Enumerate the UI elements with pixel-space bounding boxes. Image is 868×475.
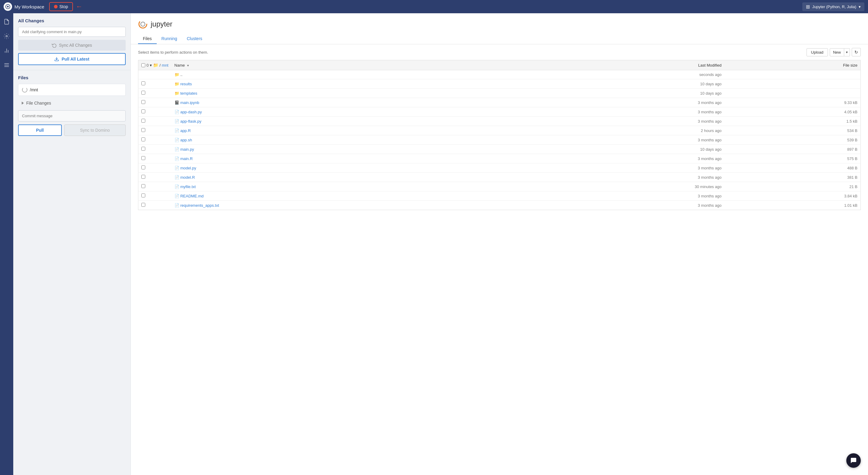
checkbox-cell [138,163,172,173]
file-link[interactable]: results [180,82,192,86]
path-mnt[interactable]: mnt [162,63,168,67]
arrow-icon: ← [76,3,83,10]
main-layout: All Changes Sync All Changes Pull All La… [0,13,868,475]
chevron-right-icon [22,102,24,104]
sidebar-item-list[interactable] [2,60,11,70]
file-checkbox[interactable] [141,109,145,113]
stop-icon [54,5,58,8]
file-size-cell: 897 B [724,145,861,154]
file-link[interactable]: README.md [180,194,204,198]
file-checkbox[interactable] [141,147,145,151]
sidebar-item-settings[interactable] [2,31,11,41]
checkbox-cell [138,182,172,191]
file-size-column-header[interactable]: File size [724,60,861,70]
file-checkbox[interactable] [141,100,145,104]
stop-label: Stop [59,4,68,9]
commit-message-input[interactable] [18,110,126,122]
file-icon: 📄 [175,185,179,189]
loading-spinner [22,87,27,93]
file-modified-cell: 3 months ago [507,163,724,173]
file-toolbar: Select items to perform actions on them.… [131,44,868,60]
file-name-cell: 📁 results [172,79,507,89]
new-dropdown-button[interactable]: ▾ [844,48,850,56]
file-link[interactable]: main.R [180,156,193,161]
file-link[interactable]: myfile.txt [180,185,195,189]
file-link[interactable]: app.R [180,128,191,133]
file-link[interactable]: app.sh [180,138,192,142]
file-checkbox[interactable] [141,137,145,141]
file-checkbox[interactable] [141,203,145,207]
tab-clusters[interactable]: Clusters [182,34,207,44]
pull-all-latest-button[interactable]: Pull All Latest [18,53,126,65]
file-checkbox[interactable] [141,193,145,197]
refresh-button[interactable]: ↻ [852,48,861,56]
table-row: 📄 README.md 3 months ago 3.84 kB [138,191,861,201]
topbar: My Workspace Stop ← ⊞ Jupyter (Python, R… [0,0,868,13]
select-all-checkbox[interactable] [141,63,145,67]
file-checkbox[interactable] [141,119,145,123]
kernel-dropdown-icon[interactable]: ▾ [859,4,861,9]
file-modified-cell: 3 months ago [507,201,724,210]
file-checkbox[interactable] [141,165,145,169]
last-modified-column-header[interactable]: Last Modified [507,60,724,70]
file-name-cell: 📄 requirements_apps.txt [172,201,507,210]
file-checkbox[interactable] [141,82,145,85]
file-modified-cell: 3 months ago [507,154,724,163]
table-row: 📁 .. seconds ago [138,70,861,79]
file-name-cell: 📄 main.R [172,154,507,163]
parent-link[interactable]: .. [180,72,182,77]
file-modified-cell: 3 months ago [507,107,724,117]
table-row: 📄 main.R 3 months ago 575 B [138,154,861,163]
file-link[interactable]: templates [180,91,197,96]
file-checkbox[interactable] [141,175,145,179]
upload-button[interactable]: Upload [807,48,828,56]
svg-point-9 [139,20,147,28]
app-logo [4,2,12,11]
path-sep: / [159,63,161,67]
pull-action-button[interactable]: Pull [18,124,62,136]
sync-all-changes-button[interactable]: Sync All Changes [18,40,126,51]
file-icon: 📄 [175,194,179,198]
stop-button[interactable]: Stop [49,2,73,11]
file-link[interactable]: app-dash.py [180,110,202,114]
file-modified-cell: 30 minutes ago [507,182,724,191]
file-link[interactable]: main.py [180,147,194,152]
file-modified-cell: 3 months ago [507,98,724,107]
select-count: 0 [147,63,149,67]
file-checkbox[interactable] [141,156,145,160]
file-checkbox[interactable] [141,91,145,95]
tab-running[interactable]: Running [157,34,182,44]
select-info: Select items to perform actions on them. [138,50,208,55]
jupyter-title: jupyter [151,20,173,28]
jupyter-spinner-icon [138,19,148,29]
checkbox-cell [138,107,172,117]
new-button[interactable]: New [830,48,844,56]
file-link[interactable]: model.R [180,175,195,180]
file-checkbox[interactable] [141,184,145,188]
file-list-container: 0 ▾ 📁 / mnt Name ▾ Last Modified File si… [131,60,868,475]
file-icon: 📄 [175,119,179,124]
table-row: 📄 app.R 2 hours ago 534 B [138,126,861,135]
tab-files[interactable]: Files [138,34,157,44]
file-changes-row[interactable]: File Changes [18,98,126,108]
comment-input[interactable] [18,27,126,37]
tabs: Files Running Clusters [138,34,861,44]
name-column-header[interactable]: Name ▾ [172,60,507,70]
sidebar-item-file[interactable] [2,17,11,27]
chat-button[interactable] [846,453,861,468]
file-checkbox[interactable] [141,128,145,132]
file-link[interactable]: main.ipynb [180,100,199,105]
table-row: 📄 model.R 3 months ago 381 B [138,173,861,182]
folder-icon: 📁 [175,82,179,86]
file-link[interactable]: model.py [180,166,196,170]
select-dropdown-icon[interactable]: ▾ [150,63,152,67]
table-row: 📄 app.sh 3 months ago 539 B [138,135,861,145]
file-link[interactable]: requirements_apps.txt [180,203,219,208]
sidebar-item-chart[interactable] [2,46,11,56]
file-size-cell: 9.33 kB [724,98,861,107]
mnt-label: /mnt [30,87,38,92]
notebook-icon: 📓 [175,100,179,105]
file-icon: 📄 [175,175,179,180]
file-link[interactable]: app-flask.py [180,119,201,124]
mnt-item: /mnt [18,84,126,96]
